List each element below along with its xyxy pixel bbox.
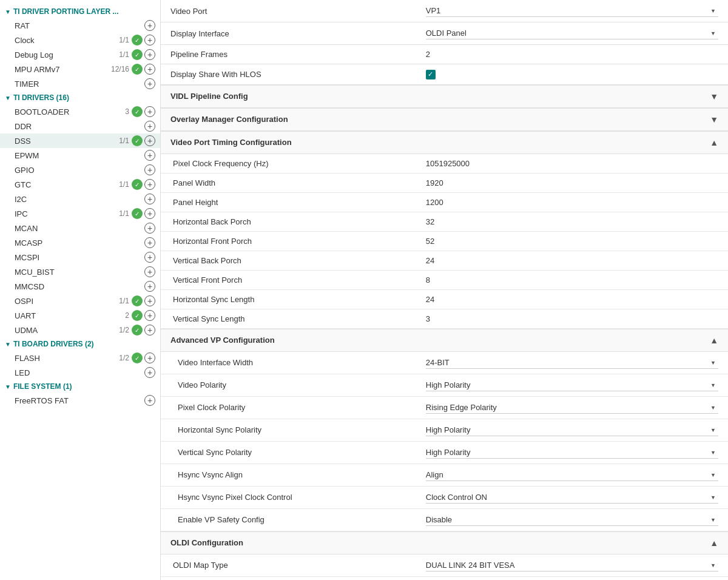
row-value[interactable]: 24-BIT bbox=[416, 352, 728, 374]
sidebar-item-label: DSS bbox=[15, 137, 119, 146]
row-value: 24 bbox=[416, 290, 728, 309]
add-icon[interactable]: + bbox=[144, 35, 155, 46]
sidebar-item-timer[interactable]: TIMER+ bbox=[0, 76, 160, 91]
row-value[interactable]: Disable bbox=[416, 509, 728, 531]
section-header-oldi-config[interactable]: OLDI Configuration▲ bbox=[161, 531, 728, 555]
section-header-overlay-manager[interactable]: Overlay Manager Configuration▼ bbox=[161, 108, 728, 131]
select-field[interactable]: 24-BIT bbox=[426, 357, 718, 369]
sidebar-item-clock[interactable]: Clock1/1✓+ bbox=[0, 33, 160, 47]
add-icon[interactable]: + bbox=[144, 237, 155, 248]
select-field[interactable]: High Polarity bbox=[426, 424, 718, 436]
add-icon[interactable]: + bbox=[144, 208, 155, 219]
row-value[interactable]: 24 Bit bbox=[416, 577, 728, 581]
select-wrapper[interactable]: 24-BIT bbox=[426, 357, 718, 369]
add-icon[interactable]: + bbox=[144, 164, 155, 175]
select-wrapper[interactable]: Rising Edge Polarity bbox=[426, 402, 718, 414]
row-value[interactable]: Clock Control ON bbox=[416, 487, 728, 508]
sidebar-section-ti-driver-porting[interactable]: ▼TI DRIVER PORTING LAYER ... bbox=[0, 5, 160, 18]
sidebar-item-bootloader[interactable]: BOOTLOADER3✓+ bbox=[0, 104, 160, 119]
select-wrapper[interactable]: Clock Control ON bbox=[426, 491, 718, 504]
select-field[interactable]: DUAL LINK 24 BIT VESA bbox=[426, 559, 718, 572]
chevron-icon: ▲ bbox=[710, 138, 718, 147]
select-wrapper[interactable]: High Polarity bbox=[426, 379, 718, 391]
add-icon[interactable]: + bbox=[144, 78, 155, 89]
select-wrapper[interactable]: Align bbox=[426, 469, 718, 481]
add-icon[interactable]: + bbox=[144, 20, 155, 31]
select-wrapper[interactable]: OLDI Panel bbox=[426, 27, 718, 39]
sidebar-item-led[interactable]: LED+ bbox=[0, 365, 160, 380]
row-value[interactable]: High Polarity bbox=[416, 442, 728, 464]
section-header-video-port-timing[interactable]: Video Port Timing Configuration▲ bbox=[161, 131, 728, 154]
sidebar-section-ti-board-drivers[interactable]: ▼TI BOARD DRIVERS (2) bbox=[0, 337, 160, 351]
add-icon[interactable]: + bbox=[144, 194, 155, 204]
field-value[interactable]: ✓ bbox=[416, 64, 728, 85]
row-value[interactable]: Align bbox=[416, 464, 728, 486]
sidebar-item-freertos-fat[interactable]: FreeRTOS FAT+ bbox=[0, 393, 160, 408]
sidebar-item-ipc[interactable]: IPC1/1✓+ bbox=[0, 206, 160, 221]
select-wrapper[interactable]: DUAL LINK 24 BIT VESA bbox=[426, 559, 718, 572]
add-icon[interactable]: + bbox=[144, 106, 155, 117]
select-field[interactable]: Align bbox=[426, 469, 718, 481]
sidebar-item-mcan[interactable]: MCAN+ bbox=[0, 221, 160, 235]
add-icon[interactable]: + bbox=[144, 135, 155, 146]
sidebar-item-gtc[interactable]: GTC1/1✓+ bbox=[0, 177, 160, 192]
sidebar-item-ddr[interactable]: DDR+ bbox=[0, 119, 160, 133]
add-icon[interactable]: + bbox=[144, 150, 155, 161]
sidebar-item-epwm[interactable]: EPWM+ bbox=[0, 148, 160, 163]
sidebar-item-gpio[interactable]: GPIO+ bbox=[0, 163, 160, 177]
sidebar-item-mcu-bist[interactable]: MCU_BIST+ bbox=[0, 265, 160, 279]
add-icon[interactable]: + bbox=[144, 281, 155, 292]
sidebar-item-mcspi[interactable]: MCSPI+ bbox=[0, 250, 160, 265]
field-value[interactable]: OLDI Panel bbox=[416, 22, 728, 45]
add-icon[interactable]: + bbox=[144, 310, 155, 321]
section-header-vidl-pipeline[interactable]: VIDL Pipeline Config▼ bbox=[161, 85, 728, 108]
section-header-advanced-vp[interactable]: Advanced VP Configuration▲ bbox=[161, 329, 728, 352]
select-wrapper[interactable]: VP1 bbox=[426, 5, 718, 17]
sidebar-item-mpu-armv7[interactable]: MPU ARMv712/16✓+ bbox=[0, 62, 160, 76]
select-wrapper[interactable]: High Polarity bbox=[426, 447, 718, 459]
add-icon[interactable]: + bbox=[144, 325, 155, 336]
chevron-icon: ▼ bbox=[710, 115, 718, 124]
select-wrapper[interactable]: High Polarity bbox=[426, 424, 718, 436]
sidebar-item-uart[interactable]: UART2✓+ bbox=[0, 308, 160, 323]
row-value[interactable]: High Polarity bbox=[416, 374, 728, 396]
checkbox[interactable]: ✓ bbox=[426, 70, 436, 79]
add-icon[interactable]: + bbox=[144, 64, 155, 75]
add-icon[interactable]: + bbox=[144, 367, 155, 378]
sidebar-item-mcasp[interactable]: MCASP+ bbox=[0, 235, 160, 250]
add-icon[interactable]: + bbox=[144, 266, 155, 277]
row-value[interactable]: High Polarity bbox=[416, 419, 728, 441]
select-field[interactable]: Rising Edge Polarity bbox=[426, 402, 718, 414]
sidebar-item-rat[interactable]: RAT+ bbox=[0, 18, 160, 33]
sidebar-item-mmcsd[interactable]: MMCSD+ bbox=[0, 279, 160, 294]
select-wrapper[interactable]: Disable bbox=[426, 514, 718, 526]
check-icon: ✓ bbox=[132, 135, 143, 146]
sidebar-item-dss[interactable]: DSS1/1✓+ bbox=[0, 133, 160, 148]
sidebar-item-i2c[interactable]: I2C+ bbox=[0, 192, 160, 206]
add-icon[interactable]: + bbox=[144, 223, 155, 234]
sidebar-item-debuglog[interactable]: Debug Log1/1✓+ bbox=[0, 47, 160, 62]
field-label: Display Share With HLOS bbox=[161, 64, 416, 85]
row-value[interactable]: Rising Edge Polarity bbox=[416, 397, 728, 419]
sidebar-section-file-system[interactable]: ▼FILE SYSTEM (1) bbox=[0, 380, 160, 393]
select-field[interactable]: Clock Control ON bbox=[426, 491, 718, 504]
sidebar-item-udma[interactable]: UDMA1/2✓+ bbox=[0, 323, 160, 337]
field-value[interactable]: VP1 bbox=[416, 0, 728, 22]
select-field[interactable]: VP1 bbox=[426, 5, 718, 17]
add-icon[interactable]: + bbox=[144, 49, 155, 60]
add-icon[interactable]: + bbox=[144, 179, 155, 190]
add-icon[interactable]: + bbox=[144, 252, 155, 263]
item-count: 3 bbox=[125, 107, 129, 116]
sidebar-item-ospi[interactable]: OSPI1/1✓+ bbox=[0, 294, 160, 308]
select-field[interactable]: High Polarity bbox=[426, 379, 718, 391]
add-icon[interactable]: + bbox=[144, 295, 155, 306]
select-field[interactable]: High Polarity bbox=[426, 447, 718, 459]
add-icon[interactable]: + bbox=[144, 352, 155, 363]
sidebar-section-ti-drivers[interactable]: ▼TI DRIVERS (16) bbox=[0, 91, 160, 104]
sidebar-item-flash[interactable]: FLASH1/2✓+ bbox=[0, 351, 160, 365]
add-icon[interactable]: + bbox=[144, 121, 155, 132]
select-field[interactable]: Disable bbox=[426, 514, 718, 526]
row-value[interactable]: DUAL LINK 24 BIT VESA bbox=[416, 555, 728, 576]
add-icon[interactable]: + bbox=[144, 395, 155, 406]
select-field[interactable]: OLDI Panel bbox=[426, 27, 718, 39]
